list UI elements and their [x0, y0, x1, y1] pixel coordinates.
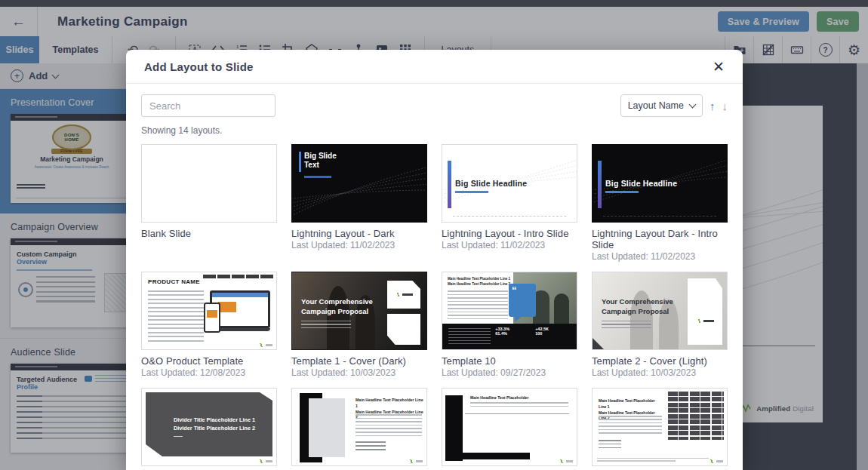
layout-card-lightning-dark[interactable]: Big SlideText Lightning Layout - Dark La… [291, 144, 427, 262]
amplified-logo-mark [258, 459, 272, 463]
layout-card-template5[interactable]: Main Headline Text Placeholder Template … [442, 388, 577, 470]
add-layout-modal: Add Layout to Slide ✕ Layout Name ↑ ↓ Sh… [126, 50, 743, 470]
layout-card-lightning-intro[interactable]: Big Slide Headline Lightning Layout - In… [442, 144, 577, 262]
chevron-down-icon [689, 101, 697, 109]
layout-card-oo-product[interactable]: PRODUCT NAME O&O Product Template Last U… [141, 272, 277, 378]
sort-select-value: Layout Name [628, 100, 684, 111]
layout-card-template3-divider[interactable]: Divider Title Placeholder Line 1Divider … [141, 388, 277, 470]
layout-thumbnail: Divider Title Placeholder Line 1Divider … [141, 388, 277, 466]
modal-header: Add Layout to Slide ✕ [126, 50, 743, 84]
modal-title: Add Layout to Slide [144, 60, 254, 73]
amplified-logo-mark [408, 459, 423, 463]
layout-thumbnail: Big SlideText [291, 144, 427, 223]
quote-bubble [509, 284, 536, 317]
sort-select[interactable]: Layout Name [620, 94, 703, 117]
layout-thumbnail: Big Slide Headline [592, 144, 728, 223]
amplified-logo-mark [559, 459, 573, 463]
search-input[interactable] [141, 94, 275, 117]
table-graphic [668, 392, 724, 440]
layout-thumbnail: Your ComprehensiveCampaign Proposal [592, 272, 728, 350]
app-window: ← Marketing Campaign Save & Preview Save… [0, 0, 868, 470]
layout-thumbnail: Main Headline Text Placeholder Line 1Mai… [592, 388, 728, 466]
layout-card-template10[interactable]: Main Headline Text Placeholder Line 1Mai… [442, 272, 577, 378]
layout-card-blank-slide[interactable]: Blank Slide [141, 144, 277, 262]
layout-thumbnail: Big Slide Headline [442, 144, 577, 223]
layout-card-template2-cover-light[interactable]: Your ComprehensiveCampaign Proposal Temp… [592, 272, 728, 378]
layout-thumbnail: Main Headline Text Placeholder Line 1Mai… [291, 388, 427, 466]
sort-ascending-icon[interactable]: ↑ [709, 100, 716, 112]
layout-grid: Blank Slide Big SlideText [141, 144, 728, 470]
layout-card-template4[interactable]: Main Headline Text Placeholder Line 1Mai… [291, 388, 427, 470]
amplified-logo-mark [258, 343, 272, 347]
sort-descending-icon[interactable]: ↓ [722, 100, 728, 112]
stats-bar: +33.3%61.4% +42.5K100 [442, 324, 577, 349]
layout-thumbnail: Your ComprehensiveCampaign Proposal [291, 272, 427, 350]
phone-graphic [204, 303, 220, 333]
results-count: Showing 14 layouts. [141, 125, 728, 136]
layout-card-lightning-dark-intro[interactable]: Big Slide Headline Lightning Layout Dark… [592, 144, 728, 262]
amplified-logo-mark [709, 459, 723, 463]
layout-thumbnail [141, 144, 277, 223]
layout-card-template1-cover-dark[interactable]: Your ComprehensiveCampaign Proposal Temp… [291, 272, 427, 378]
layout-thumbnail: Main Headline Text Placeholder Line 1Mai… [442, 272, 577, 350]
layout-thumbnail: Main Headline Text Placeholder [442, 388, 577, 466]
layout-thumbnail: PRODUCT NAME [141, 272, 277, 350]
layout-card-template6[interactable]: Main Headline Text Placeholder Line 1Mai… [592, 388, 728, 470]
close-icon[interactable]: ✕ [713, 60, 725, 74]
